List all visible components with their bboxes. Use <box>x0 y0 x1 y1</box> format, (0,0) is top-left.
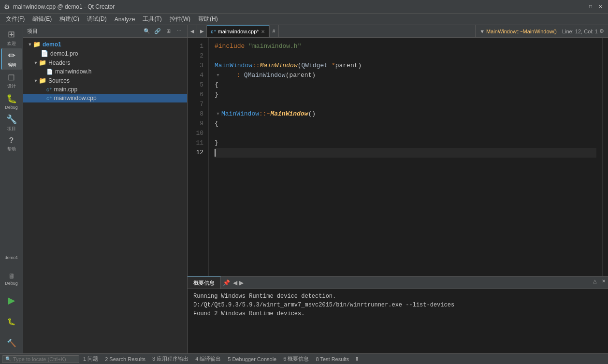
breadcrumb-function: MainWindow::~MainWindow() <box>486 29 557 34</box>
line-num-7: 7 <box>189 100 206 109</box>
sidebar-item-run-debug[interactable]: 🖥 Debug <box>1 268 22 290</box>
line-num-8: 8 <box>189 109 206 119</box>
menu-build[interactable]: 构建(C) <box>56 14 83 24</box>
menu-help[interactable]: 帮助(H) <box>194 14 222 24</box>
code-line-12 <box>215 148 596 158</box>
line-num-12: 12 <box>189 148 206 158</box>
sidebar-item-design[interactable]: ◻ 设计 <box>1 70 22 91</box>
tree-item-sources[interactable]: ▼ 📁 Sources <box>23 76 187 85</box>
expand-button[interactable]: ⊞ <box>164 27 173 36</box>
tab-close-button[interactable]: ✕ <box>261 29 265 34</box>
tab-next-button[interactable]: ▶ <box>197 25 207 37</box>
menu-debug[interactable]: 调试(D) <box>83 14 111 24</box>
search-input[interactable] <box>13 356 71 362</box>
bottom-next-button[interactable]: ▶ <box>238 277 245 289</box>
arrow-sources: ▼ <box>33 78 39 83</box>
code-line-9: { <box>215 119 596 129</box>
close-button[interactable]: ✕ <box>596 3 604 11</box>
status-compile-output[interactable]: 4 编译输出 <box>192 354 224 364</box>
sidebar-welcome-label: 欢迎 <box>7 41 16 47</box>
line-num-9: 9 <box>189 119 206 129</box>
code-line-11: } <box>215 138 596 148</box>
tree-label-maincpp: main.cpp <box>54 86 78 93</box>
status-search-results[interactable]: 2 Search Results <box>102 354 148 364</box>
sidebar-item-run-button[interactable]: ▶ <box>1 290 22 311</box>
tree-item-demo1[interactable]: ▼ 📁 demo1 <box>23 40 187 49</box>
bottom-panel: 概要信息 📌 ◀ ▶ △ ✕ Running Windows Runtime d… <box>188 276 608 353</box>
editor-settings-button[interactable]: ⚙ <box>599 28 604 34</box>
code-line-2 <box>215 51 596 61</box>
link-button[interactable]: 🔗 <box>153 27 162 36</box>
maximize-button[interactable]: □ <box>587 3 594 11</box>
menu-controls[interactable]: 控件(W) <box>166 14 194 24</box>
sidebar-item-build-button[interactable]: 🔨 <box>1 332 22 353</box>
window-controls: — □ ✕ <box>577 3 604 11</box>
bottom-pin-button[interactable]: 📌 <box>221 277 232 289</box>
issues-label: 1 问题 <box>83 355 98 363</box>
bottom-prev-button[interactable]: ◀ <box>232 277 238 289</box>
tab-label-mainwindowcpp: mainwindow.cpp* <box>218 29 259 34</box>
search-box[interactable]: 🔍 <box>2 355 79 363</box>
file-icon-mainwindowh: 📄 <box>46 69 53 75</box>
status-app-output[interactable]: 3 应用程序输出 <box>149 354 191 364</box>
status-arrow-button[interactable]: ⬆ <box>353 356 361 362</box>
code-area[interactable]: #include "mainwindow.h" MainWindow::Main… <box>209 38 602 276</box>
bottom-tab-summary[interactable]: 概要信息 <box>188 277 221 289</box>
sidebar-item-welcome[interactable]: ⊞ 欢迎 <box>1 27 22 48</box>
search-results-label: 2 Search Results <box>105 356 145 362</box>
status-test-results[interactable]: 8 Test Results <box>313 354 352 364</box>
tree-item-maincpp[interactable]: c⁺ main.cpp <box>23 85 187 94</box>
fold-arrow-8[interactable]: ▼ <box>215 109 221 119</box>
menu-tools[interactable]: 工具(T) <box>139 14 165 24</box>
project-toolbar: 项目 🔍 🔗 ⊞ ⋯ <box>23 25 187 38</box>
menu-bar: 文件(F) 编辑(E) 构建(C) 调试(D) Analyze 工具(T) 控件… <box>0 14 608 25</box>
text-cursor <box>215 149 216 157</box>
status-summary[interactable]: 6 概要信息 <box>280 354 312 364</box>
filter-button[interactable]: 🔍 <box>143 27 151 36</box>
editor-tabs: ◀ ▶ c⁺ mainwindow.cpp* ✕ # ▼ MainWindow:… <box>188 25 608 38</box>
code-line-1: #include "mainwindow.h" <box>215 42 596 51</box>
tree-label-headers: Headers <box>48 59 70 66</box>
fold-arrow-4[interactable]: ▼ <box>215 71 221 80</box>
tab-extra-button[interactable]: # <box>269 25 279 37</box>
status-issues[interactable]: 1 问题 <box>80 354 101 364</box>
tree-item-mainwindowh[interactable]: 📄 mainwindow.h <box>23 67 187 76</box>
string-mainwindowh: "mainwindow.h" <box>248 42 301 51</box>
bottom-maximize-button[interactable]: △ <box>591 277 599 285</box>
sidebar-item-debug[interactable]: 🐛 Debug <box>1 91 22 112</box>
tab-prev-button[interactable]: ◀ <box>188 25 197 37</box>
sidebar-item-project[interactable]: 🔧 项目 <box>1 112 22 133</box>
sidebar-edit-label: 编辑 <box>8 62 16 68</box>
run-debug-label: Debug <box>5 281 18 286</box>
status-bar: 🔍 1 问题 2 Search Results 3 应用程序输出 4 编译输出 … <box>0 353 608 364</box>
arrow-demo1: ▼ <box>27 42 33 47</box>
editor-content[interactable]: 1 2 3 4 5 6 7 8 9 10 11 12 #include "mai… <box>188 38 608 276</box>
bottom-close-button[interactable]: ✕ <box>599 277 608 285</box>
sidebar-item-help[interactable]: ? 帮助 <box>1 133 22 155</box>
tree-item-demo1pro[interactable]: 📄 demo1.pro <box>23 49 187 58</box>
tab-icon-cpp: c⁺ <box>211 29 216 34</box>
minimize-button[interactable]: — <box>577 3 585 11</box>
tree-item-headers[interactable]: ▼ 📁 Headers <box>23 58 187 67</box>
folder-icon-sources: 📁 <box>39 77 46 84</box>
status-up-icon: ⬆ <box>355 356 359 362</box>
sidebar-debug-label: Debug <box>5 105 18 110</box>
debugger-console-label: 5 Debugger Console <box>228 356 276 362</box>
editor-scrollbar[interactable] <box>602 38 608 276</box>
more-button[interactable]: ⋯ <box>174 27 183 36</box>
folder-icon-demo1: 📁 <box>33 41 41 48</box>
tree-item-mainwindowcpp[interactable]: c⁺ mainwindow.cpp <box>23 94 187 102</box>
tab-mainwindowcpp[interactable]: c⁺ mainwindow.cpp* ✕ <box>207 25 269 37</box>
sidebar-item-debug-button[interactable]: 🐛 <box>1 311 22 332</box>
status-debugger-console[interactable]: 5 Debugger Console <box>225 354 279 364</box>
menu-analyze[interactable]: Analyze <box>111 15 139 24</box>
help-icon: ? <box>9 136 14 145</box>
code-line-5: { <box>215 80 596 90</box>
sidebar-item-run-config[interactable]: demo1 <box>1 247 22 268</box>
search-icon: 🔍 <box>5 356 11 362</box>
tree-label-mainwindowh: mainwindow.h <box>55 68 91 75</box>
design-icon: ◻ <box>8 72 15 82</box>
menu-edit[interactable]: 编辑(E) <box>29 14 56 24</box>
sidebar-item-edit[interactable]: ✏ 编辑 <box>1 48 22 70</box>
menu-file[interactable]: 文件(F) <box>2 14 29 24</box>
